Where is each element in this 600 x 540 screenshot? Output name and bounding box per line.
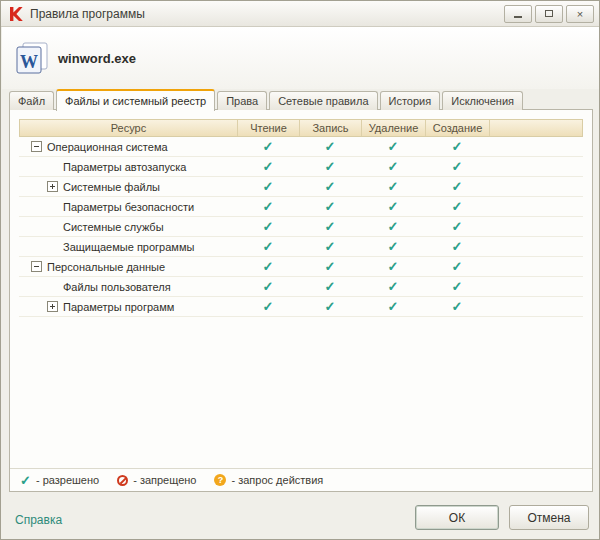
tab-label: Права [226, 95, 258, 107]
deny-icon [117, 475, 128, 486]
allowed-check-icon: ✓ [388, 220, 399, 233]
tree-row[interactable]: Операционная система✓✓✓✓ [19, 137, 583, 157]
legend: ✓- разрешено- запрещено?- запрос действи… [10, 468, 592, 491]
permission-cell[interactable]: ✓ [425, 260, 489, 273]
tab-0[interactable]: Файл [9, 91, 54, 110]
expand-icon[interactable] [47, 301, 58, 312]
permission-cell[interactable]: ✓ [237, 160, 299, 173]
permission-cell[interactable]: ✓ [237, 280, 299, 293]
collapse-icon[interactable] [31, 141, 42, 152]
tree-row[interactable]: Параметры автозапуска✓✓✓✓ [19, 157, 583, 177]
permission-cell[interactable]: ✓ [425, 280, 489, 293]
allowed-check-icon: ✓ [325, 280, 336, 293]
permission-cell[interactable]: ✓ [237, 140, 299, 153]
permission-cell[interactable]: ✓ [237, 300, 299, 313]
table-header: РесурсЧтениеЗаписьУдалениеСоздание [19, 119, 583, 137]
help-link[interactable]: Справка [15, 513, 62, 527]
legend-item: ?- запрос действия [214, 474, 323, 486]
permission-cell[interactable]: ✓ [361, 240, 425, 253]
allowed-check-icon: ✓ [388, 280, 399, 293]
kaspersky-icon [8, 6, 24, 22]
permission-cell[interactable]: ✓ [361, 200, 425, 213]
maximize-icon [545, 10, 553, 17]
permission-cell[interactable]: ✓ [361, 220, 425, 233]
application-name: winword.exe [58, 51, 136, 66]
resource-name: Персональные данные [47, 261, 165, 273]
maximize-button[interactable] [535, 5, 563, 23]
tree-row[interactable]: Системные файлы✓✓✓✓ [19, 177, 583, 197]
tree-row[interactable]: Параметры безопасности✓✓✓✓ [19, 197, 583, 217]
allowed-check-icon: ✓ [452, 180, 463, 193]
permission-cell[interactable]: ✓ [299, 180, 361, 193]
permission-cell[interactable]: ✓ [299, 300, 361, 313]
permission-cell[interactable]: ✓ [299, 280, 361, 293]
titlebar: Правила программы × [1, 1, 599, 27]
permission-cell[interactable]: ✓ [237, 240, 299, 253]
allowed-check-icon: ✓ [325, 300, 336, 313]
permission-cell[interactable]: ✓ [237, 260, 299, 273]
tree-row[interactable]: Защищаемые программы✓✓✓✓ [19, 237, 583, 257]
resource-name: Файлы пользователя [63, 281, 171, 293]
allowed-check-icon: ✓ [325, 180, 336, 193]
permission-cell[interactable]: ✓ [425, 240, 489, 253]
allowed-check-icon: ✓ [388, 300, 399, 313]
permission-cell[interactable]: ✓ [299, 160, 361, 173]
resource-name: Параметры безопасности [63, 201, 194, 213]
cancel-button[interactable]: Отмена [509, 505, 589, 530]
allowed-check-icon: ✓ [452, 200, 463, 213]
permission-cell[interactable]: ✓ [299, 220, 361, 233]
tab-3[interactable]: Сетевые правила [269, 91, 377, 110]
permission-cell[interactable]: ✓ [237, 200, 299, 213]
resource-name: Параметры автозапуска [63, 161, 187, 173]
tree-row[interactable]: Системные службы✓✓✓✓ [19, 217, 583, 237]
tree-row[interactable]: Файлы пользователя✓✓✓✓ [19, 277, 583, 297]
tab-label: Исключения [451, 95, 514, 107]
minimize-button[interactable] [504, 5, 532, 23]
permission-cell[interactable]: ✓ [299, 260, 361, 273]
ok-button[interactable]: ОК [415, 505, 499, 530]
allowed-check-icon: ✓ [452, 240, 463, 253]
permission-cell[interactable]: ✓ [425, 300, 489, 313]
permission-cell[interactable]: ✓ [237, 180, 299, 193]
permission-cell[interactable]: ✓ [425, 160, 489, 173]
tab-bar: ФайлФайлы и системный реестрПраваСетевые… [9, 89, 591, 110]
permission-cell[interactable]: ✓ [425, 220, 489, 233]
permission-cell[interactable]: ✓ [237, 220, 299, 233]
permission-cell[interactable]: ✓ [361, 180, 425, 193]
allowed-check-icon: ✓ [452, 260, 463, 273]
allowed-check-icon: ✓ [325, 160, 336, 173]
permission-cell[interactable]: ✓ [299, 140, 361, 153]
permission-cell[interactable]: ✓ [361, 300, 425, 313]
allowed-check-icon: ✓ [325, 220, 336, 233]
permission-cell[interactable]: ✓ [425, 200, 489, 213]
permission-cell[interactable]: ✓ [361, 140, 425, 153]
permission-cell[interactable]: ✓ [299, 240, 361, 253]
tab-5[interactable]: Исключения [442, 91, 523, 110]
tab-label: Сетевые правила [278, 95, 368, 107]
permission-cell[interactable]: ✓ [361, 160, 425, 173]
column-header: Запись [300, 120, 362, 136]
tab-2[interactable]: Права [217, 91, 267, 110]
tab-4[interactable]: История [380, 91, 441, 110]
collapse-icon[interactable] [31, 261, 42, 272]
tab-label: Файлы и системный реестр [65, 95, 206, 107]
permission-cell[interactable]: ✓ [361, 280, 425, 293]
allowed-check-icon: ✓ [388, 200, 399, 213]
tree-row[interactable]: Персональные данные✓✓✓✓ [19, 257, 583, 277]
permission-cell[interactable]: ✓ [299, 200, 361, 213]
permission-cell[interactable]: ✓ [361, 260, 425, 273]
close-button[interactable]: × [566, 5, 594, 23]
question-icon: ? [214, 474, 226, 486]
permission-cell[interactable]: ✓ [425, 180, 489, 193]
tree-row[interactable]: Параметры программ✓✓✓✓ [19, 297, 583, 317]
row-label-cell: Персональные данные [19, 261, 237, 273]
row-label-cell: Файлы пользователя [19, 281, 237, 293]
expand-icon[interactable] [47, 181, 58, 192]
allowed-check-icon: ✓ [452, 160, 463, 173]
tab-1[interactable]: Файлы и системный реестр [56, 89, 215, 111]
check-icon: ✓ [20, 474, 31, 487]
column-header-filler [490, 120, 582, 136]
row-label-cell: Параметры автозапуска [19, 161, 237, 173]
permission-cell[interactable]: ✓ [425, 140, 489, 153]
program-rules-dialog: Правила программы × W winword.exe ФайлФа… [0, 0, 600, 540]
